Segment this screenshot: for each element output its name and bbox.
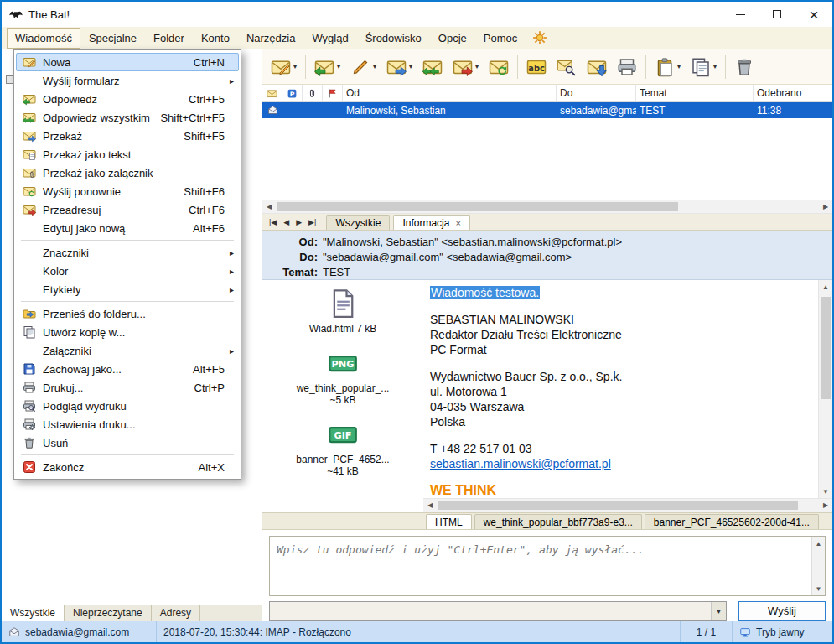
export-button[interactable]: [582, 53, 612, 81]
quick-reply-options-select[interactable]: ▾: [269, 601, 727, 621]
menu-item-zalaczniki[interactable]: Załączniki▸: [16, 341, 239, 360]
dropdown-arrow-icon[interactable]: ▾: [677, 63, 681, 70]
menu-item-wyslij-formularz[interactable]: Wyślij formularz▸: [16, 71, 239, 90]
message-body[interactable]: Wiadomość testowa. SEBASTIAN MALINOWSKIR…: [423, 280, 818, 498]
tab-nav-next[interactable]: ▶: [293, 218, 305, 226]
menu-item-przenies-do-folderu[interactable]: Przenieś do folderu...: [16, 304, 239, 323]
scroll-left-icon[interactable]: ◀: [423, 499, 437, 512]
statusbar-mode[interactable]: Tryb jawny: [732, 621, 832, 642]
search-mail-button[interactable]: [552, 53, 582, 81]
column-header-do[interactable]: Do: [557, 85, 636, 101]
email-link[interactable]: sebastian.malinowski@pcformat.pl: [430, 457, 611, 470]
view-tab-wszystkie[interactable]: Wszystkie: [326, 215, 390, 230]
column-header-attachment[interactable]: [303, 85, 323, 101]
quick-reply-placeholder[interactable]: Wpisz tu odpowiedź i użyj "Ctrl+Enter", …: [270, 537, 811, 595]
menu-item-przekaz-jako-zalacznik[interactable]: Przekaż jako załącznik: [16, 164, 239, 182]
spellcheck-button[interactable]: [521, 53, 552, 81]
scroll-down-icon[interactable]: ▼: [819, 485, 832, 498]
column-header-odebrano[interactable]: Odebrano: [754, 85, 832, 101]
message-list[interactable]: Malinowski, Sebastiansebadawia@gmail.com…: [262, 102, 832, 200]
menu-item-wyslij-ponownie[interactable]: Wyślij ponownieShift+F6: [16, 182, 239, 200]
body-vertical-scrollbar[interactable]: ▲ ▼: [818, 280, 832, 498]
scroll-down-icon[interactable]: ▼: [812, 582, 825, 595]
menu-item-podglad-wydruku[interactable]: Podgląd wydruku: [16, 397, 239, 415]
print-button[interactable]: [612, 53, 642, 81]
menu-item-usun[interactable]: Usuń: [16, 434, 239, 452]
delete-button[interactable]: [729, 53, 759, 81]
column-header-od[interactable]: Od: [343, 85, 557, 101]
dropdown-arrow-icon[interactable]: ▾: [475, 63, 479, 70]
redirect-button[interactable]: ▾: [448, 53, 484, 81]
message-row[interactable]: Malinowski, Sebastiansebadawia@gmail.com…: [262, 102, 832, 118]
view-tab-informacja[interactable]: Informacja×: [393, 215, 469, 230]
scroll-right-icon[interactable]: ▶: [819, 200, 832, 213]
attachment-tab-we-think-popular-bbf773a9-e3[interactable]: we_think_popular_bbf773a9-e3...: [474, 514, 642, 529]
column-header-priority[interactable]: [282, 85, 303, 101]
scrollbar-thumb[interactable]: [277, 202, 678, 211]
column-header-flag[interactable]: [323, 85, 343, 101]
scrollbar-thumb[interactable]: [438, 501, 798, 510]
body-horizontal-scrollbar[interactable]: ◀ ▶: [423, 498, 832, 512]
menubar-burst-icon[interactable]: [532, 30, 547, 45]
attachment-item[interactable]: banner_PCF_4652...~41 kB: [272, 419, 414, 477]
dropdown-arrow-icon[interactable]: ▾: [373, 63, 376, 70]
menubar-item-srodowisko[interactable]: Środowisko: [357, 28, 430, 49]
paste-button[interactable]: ▾: [650, 53, 686, 81]
menu-item-przekaz[interactable]: PrzekażShift+F5: [16, 127, 239, 145]
resend-button[interactable]: [484, 53, 514, 81]
dropdown-arrow-icon[interactable]: ▾: [337, 63, 340, 70]
reply-button[interactable]: ▾: [309, 53, 345, 81]
menu-item-nowa[interactable]: NowaCtrl+N: [16, 53, 239, 71]
menu-item-drukuj[interactable]: Drukuj...Ctrl+P: [16, 378, 239, 397]
close-button[interactable]: ×: [795, 2, 832, 27]
menu-item-znaczniki[interactable]: Znaczniki▸: [16, 243, 239, 262]
column-header-envelope[interactable]: [262, 85, 282, 101]
list-horizontal-scrollbar[interactable]: ◀ ▶: [262, 200, 832, 214]
maximize-button[interactable]: [759, 2, 795, 27]
dropdown-arrow-icon[interactable]: ▾: [293, 63, 297, 70]
scrollbar-thumb[interactable]: [821, 297, 831, 399]
menu-item-przeadresuj[interactable]: PrzeadresujCtrl+F6: [16, 200, 239, 219]
menu-item-przekaz-jako-tekst[interactable]: Przekaż jako tekst: [16, 145, 239, 164]
menu-item-edytuj-jako-nowa[interactable]: Edytuj jako nowąAlt+F6: [16, 219, 239, 237]
folder-tab-adresy[interactable]: Adresy: [152, 605, 200, 621]
menu-item-utworz-kopie-w[interactable]: Utwórz kopię w...: [16, 323, 239, 341]
menubar-item-narzedzia[interactable]: Narzędzia: [238, 28, 304, 49]
forward-button[interactable]: ▾: [381, 53, 417, 81]
menu-item-kolor[interactable]: Kolor▸: [16, 262, 239, 280]
menubar-item-wyglad[interactable]: Wygląd: [303, 28, 356, 49]
chevron-down-icon[interactable]: ▾: [711, 602, 726, 620]
menubar-item-opcje[interactable]: Opcje: [430, 28, 475, 49]
scroll-up-icon[interactable]: ▲: [812, 537, 825, 550]
menubar-item-wiadomosc[interactable]: Wiadomość: [7, 28, 80, 49]
dropdown-arrow-icon[interactable]: ▾: [713, 63, 717, 70]
folder-tab-nieprzeczytane[interactable]: Nieprzeczytane: [65, 605, 152, 621]
titlebar[interactable]: The Bat! ×: [2, 2, 832, 27]
reply-all-button[interactable]: [417, 53, 448, 81]
menubar-item-specjalne[interactable]: Specjalne: [80, 28, 145, 49]
quick-reply-box[interactable]: Wpisz tu odpowiedź i użyj "Ctrl+Enter", …: [269, 536, 826, 596]
close-tab-icon[interactable]: ×: [455, 219, 460, 228]
edit-button[interactable]: ▾: [345, 53, 381, 81]
copies-button[interactable]: ▾: [686, 53, 722, 81]
attachment-tab-html[interactable]: HTML: [426, 514, 472, 529]
menu-item-etykiety[interactable]: Etykiety▸: [16, 280, 239, 299]
folder-tab-wszystkie[interactable]: Wszystkie: [2, 605, 65, 621]
attachment-tab-banner-pcf-46525602-200d-41[interactable]: banner_PCF_46525602-200d-41...: [645, 514, 819, 529]
menubar-item-konto[interactable]: Konto: [193, 28, 238, 49]
scroll-left-icon[interactable]: ◀: [262, 200, 276, 213]
new-mail-button[interactable]: ▾: [266, 53, 302, 81]
tab-nav-last[interactable]: ▶|: [305, 218, 319, 226]
reply-vertical-scrollbar[interactable]: ▲ ▼: [811, 537, 825, 595]
menubar-item-folder[interactable]: Folder: [145, 28, 193, 49]
tab-nav-prev[interactable]: ◀: [280, 218, 293, 226]
attachment-item[interactable]: Wiad.html 7 kB: [272, 288, 414, 335]
menu-item-odpowiedz[interactable]: OdpowiedzCtrl+F5: [16, 90, 239, 108]
menu-item-zakoncz[interactable]: ZakończAlt+X: [16, 458, 239, 476]
send-button[interactable]: Wyślij: [738, 601, 826, 621]
statusbar-account[interactable]: sebadawia@gmail.com: [2, 621, 157, 642]
menu-item-odpowiedz-wszystkim[interactable]: Odpowiedz wszystkimShift+Ctrl+F5: [16, 108, 239, 127]
menu-item-zachowaj-jako[interactable]: Zachowaj jako...Alt+F5: [16, 360, 239, 378]
tab-nav-first[interactable]: |◀: [266, 218, 280, 226]
attachment-item[interactable]: we_think_popular_...~5 kB: [272, 348, 414, 406]
